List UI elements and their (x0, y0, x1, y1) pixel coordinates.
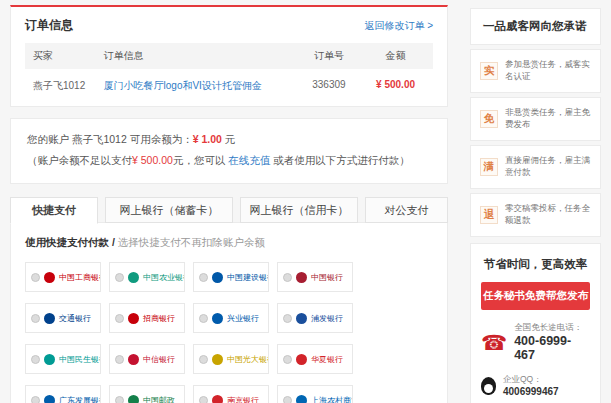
bank-logo-icon (296, 354, 307, 365)
radio-button[interactable] (199, 273, 208, 282)
radio-button[interactable] (115, 355, 124, 364)
promise-item-free: 免 非悬赏类任务，雇主免费发布 (470, 97, 601, 141)
tab-quick-pay[interactable]: 快捷支付 (10, 197, 98, 224)
radio-button[interactable] (31, 314, 40, 323)
bank-logo-icon (212, 354, 223, 365)
radio-button[interactable] (283, 314, 292, 323)
bank-option-bocom[interactable]: 交通银行 (25, 303, 101, 333)
hint-prefix: （账户余额不足以支付 (27, 154, 132, 166)
order-table-row: 燕子飞1012 厦门小吃餐厅logo和VI设计托管佣金 336309 ¥ 500… (25, 69, 433, 106)
radio-button[interactable] (115, 396, 124, 403)
tab-corporate-pay[interactable]: 对公支付 (365, 197, 448, 223)
radio-button[interactable] (283, 355, 292, 364)
bank-logo-icon (128, 272, 139, 283)
badge-free-icon: 免 (480, 110, 498, 128)
order-table-header: 买家 订单信息 订单号 金额 (25, 43, 433, 69)
bank-logo-icon (212, 272, 223, 283)
bank-option-hxb[interactable]: 华夏银行 (277, 344, 353, 374)
bank-logo-icon (212, 313, 223, 324)
bank-option-abc[interactable]: 中国农业银行 (109, 262, 185, 292)
radio-button[interactable] (199, 396, 208, 403)
radio-button[interactable] (199, 355, 208, 364)
qq-penguin-icon (481, 377, 496, 395)
bank-logo-icon (128, 313, 139, 324)
bank-logo-icon (44, 313, 55, 324)
bank-logo-icon (44, 395, 55, 403)
order-amount: ¥ 500.00 (366, 79, 425, 93)
bank-logo-icon (212, 395, 223, 403)
radio-button[interactable] (31, 355, 40, 364)
hint-amount: ¥ 500.00 (132, 154, 173, 166)
radio-button[interactable] (31, 273, 40, 282)
bank-logo-icon (44, 272, 55, 283)
main-column: 订单信息 返回修改订单 > 买家 订单信息 订单号 金额 燕子飞1012 厦门小… (10, 5, 448, 403)
balance-amount: ¥ 1.00 (193, 133, 222, 145)
order-info-card: 订单信息 返回修改订单 > 买家 订单信息 订单号 金额 燕子飞1012 厦门小… (10, 5, 448, 107)
promise-item-refund: 退 零交稿零投标，任务全额退款 (470, 193, 601, 237)
bank-logo-icon (296, 313, 307, 324)
publish-task-button[interactable]: 任务秘书免费帮您发布 (481, 282, 590, 310)
quick-pay-panel: 使用快捷支付付款 / 选择快捷支付不再扣除账户余额 中国工商银行 中国农业银行 … (10, 222, 448, 403)
headline-bold: 使用快捷支付付款 / (25, 236, 115, 248)
bank-option-cib[interactable]: 兴业银行 (193, 303, 269, 333)
bank-option-cmb[interactable]: 招商银行 (109, 303, 185, 333)
order-table: 买家 订单信息 订单号 金额 燕子飞1012 厦门小吃餐厅logo和VI设计托管… (25, 43, 433, 106)
radio-button[interactable] (115, 314, 124, 323)
balance-card: 您的账户 燕子飞1012 可用余额为：¥ 1.00 元 （账户余额不足以支付¥ … (10, 118, 448, 184)
tab-online-bank-credit[interactable]: 网上银行（信用卡） (240, 197, 358, 223)
bank-option-njcb[interactable]: 南京银行 (193, 385, 269, 403)
bank-option-spdb[interactable]: 浦发银行 (277, 303, 353, 333)
col-header-order-info: 订单信息 (104, 49, 292, 63)
radio-button[interactable] (199, 314, 208, 323)
badge-real-icon: 实 (480, 62, 498, 80)
bank-option-citic[interactable]: 中信银行 (109, 344, 185, 374)
quick-pay-headline: 使用快捷支付付款 / 选择快捷支付不再扣除账户余额 (25, 236, 433, 250)
order-info-title: 订单信息 (25, 17, 73, 34)
phone-label: 全国免长途电话： (514, 322, 590, 334)
radio-button[interactable] (283, 273, 292, 282)
bank-option-boc[interactable]: 中国银行 (277, 262, 353, 292)
order-item-link[interactable]: 厦门小吃餐厅logo和VI设计托管佣金 (104, 80, 262, 91)
payment-tabs: 快捷支付 网上银行（储蓄卡） 网上银行（信用卡） 对公支付 (10, 197, 448, 223)
back-to-modify-order-link[interactable]: 返回修改订单 > (364, 19, 433, 33)
hint-mid: 元，您可以 (173, 154, 228, 166)
service-headline: 节省时间，更高效率 (481, 257, 590, 272)
balance-unit: 元 (222, 133, 235, 145)
bank-logo-icon (128, 354, 139, 365)
bank-logo-icon (296, 272, 307, 283)
payment-page: 订单信息 返回修改订单 > 买家 订单信息 订单号 金额 燕子飞1012 厦门小… (0, 0, 611, 403)
radio-button[interactable] (283, 396, 292, 403)
recharge-online-link[interactable]: 在线充值 (228, 154, 270, 166)
qq-contact: 企业QQ： 4006999467 (481, 374, 590, 397)
bank-option-srcb[interactable]: 上海农村商业银行 (277, 385, 353, 403)
bank-option-gdb[interactable]: 广东发展银行 (25, 385, 101, 403)
bank-option-ccb[interactable]: 中国建设银行 (193, 262, 269, 292)
bank-option-ceb[interactable]: 中国光大银行 (193, 344, 269, 374)
col-header-buyer: 买家 (33, 49, 104, 63)
service-card: 节省时间，更高效率 任务秘书免费帮您发布 ☎ 全国免长途电话： 400-6999… (470, 243, 601, 403)
order-buyer: 燕子飞1012 (33, 79, 104, 93)
promise-title: 一品威客网向您承诺 (470, 8, 601, 45)
phone-icon: ☎ (481, 332, 507, 353)
radio-button[interactable] (115, 273, 124, 282)
bank-option-icbc[interactable]: 中国工商银行 (25, 262, 101, 292)
balance-prefix: 您的账户 燕子飞1012 可用余额为： (27, 133, 193, 145)
bank-logo-icon (44, 354, 55, 365)
radio-button[interactable] (31, 396, 40, 403)
bank-option-cmbc[interactable]: 中国民生银行 (25, 344, 101, 374)
bank-option-psbc[interactable]: 中国邮政 (109, 385, 185, 403)
headline-note: 选择快捷支付不再扣除账户余额 (115, 236, 265, 248)
order-number: 336309 (292, 79, 366, 93)
badge-satisfy-icon: 满 (480, 158, 498, 176)
phone-number: 400-6999-467 (514, 334, 590, 362)
sidebar: 一品威客网向您承诺 实 参加悬赏任务，威客实名认证 免 非悬赏类任务，雇主免费发… (470, 8, 601, 403)
qq-label: 企业QQ： (503, 374, 559, 386)
col-header-order-no: 订单号 (292, 49, 366, 63)
badge-refund-icon: 退 (480, 206, 498, 224)
bank-logo-icon (296, 395, 307, 403)
phone-contact: ☎ 全国免长途电话： 400-6999-467 (481, 322, 590, 362)
bank-logo-icon (128, 395, 139, 403)
bank-grid: 中国工商银行 中国农业银行 中国建设银行 中国银行 交通银行 招商银行 兴业银行… (25, 262, 433, 403)
tab-online-bank-debit[interactable]: 网上银行（储蓄卡） (105, 197, 233, 223)
col-header-amount: 金额 (366, 49, 425, 63)
